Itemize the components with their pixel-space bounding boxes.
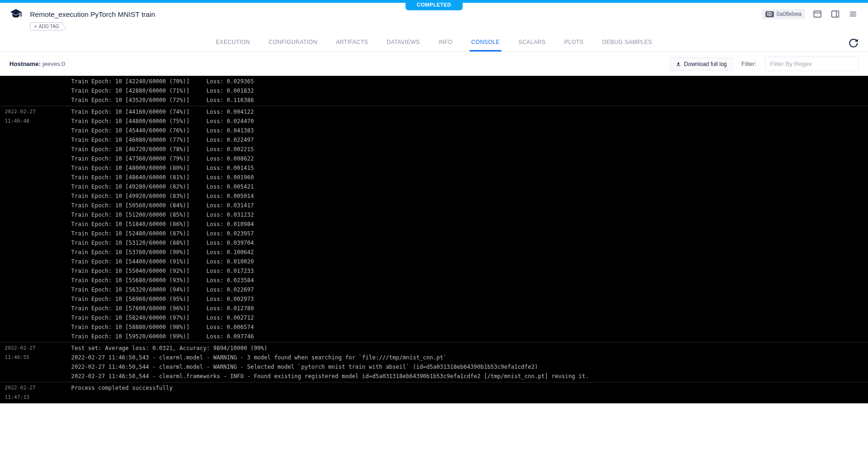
plus-icon: + bbox=[34, 24, 37, 29]
log-lines: Process completed successfully bbox=[63, 382, 868, 403]
tab-plots[interactable]: PLOTS bbox=[562, 34, 585, 51]
log-timestamp: 2022-02-27 11:47:13 bbox=[0, 382, 63, 403]
download-log-button[interactable]: Download full log bbox=[669, 58, 733, 71]
hostname-value: jeeves:0 bbox=[43, 60, 65, 67]
log-block: Train Epoch: 10 [42240/60000 (70%)] Loss… bbox=[0, 76, 868, 106]
log-timestamp: 2022-02-27 11:46:55 bbox=[0, 343, 63, 382]
add-tag-button[interactable]: + ADD TAG bbox=[30, 22, 63, 30]
log-block: 2022-02-27 11:46:48Train Epoch: 10 [4416… bbox=[0, 106, 868, 343]
log-lines: Test set: Average loss: 0.0321, Accuracy… bbox=[63, 343, 868, 382]
console-toolbar: Hostname: jeeves:0 Download full log Fil… bbox=[0, 52, 868, 76]
hostname-label: Hostname: bbox=[9, 60, 41, 67]
download-icon bbox=[676, 61, 681, 67]
tab-execution[interactable]: EXECUTION bbox=[214, 34, 252, 51]
download-label: Download full log bbox=[684, 61, 727, 67]
panel-left-icon[interactable] bbox=[812, 8, 823, 20]
panel-right-icon[interactable] bbox=[830, 8, 841, 20]
tab-console[interactable]: CONSOLE bbox=[470, 34, 502, 51]
tab-debug-samples[interactable]: DEBUG SAMPLES bbox=[600, 34, 654, 51]
log-timestamp bbox=[0, 76, 63, 106]
log-block: 2022-02-27 11:46:55Test set: Average los… bbox=[0, 343, 868, 382]
filter-label: Filter: bbox=[742, 60, 757, 67]
tab-scalars[interactable]: SCALARS bbox=[516, 34, 547, 51]
id-badge-label: ID bbox=[765, 11, 774, 17]
console-output[interactable]: Train Epoch: 10 [42240/60000 (70%)] Loss… bbox=[0, 76, 868, 403]
tag-row: + ADD TAG bbox=[0, 21, 868, 34]
svg-rect-2 bbox=[832, 11, 839, 17]
svg-rect-0 bbox=[814, 11, 821, 17]
log-lines: Train Epoch: 10 [44160/60000 (74%)] Loss… bbox=[63, 106, 868, 342]
add-tag-label: ADD TAG bbox=[39, 24, 59, 29]
tab-artifacts[interactable]: ARTIFACTS bbox=[334, 34, 370, 51]
filter-input[interactable] bbox=[765, 57, 859, 71]
tab-info[interactable]: INFO bbox=[437, 34, 455, 51]
refresh-icon[interactable] bbox=[848, 38, 859, 48]
menu-icon[interactable] bbox=[847, 8, 859, 20]
id-value: 0a08ebea bbox=[777, 11, 802, 17]
log-block: 2022-02-27 11:47:13Process completed suc… bbox=[0, 382, 868, 403]
experiment-id-chip[interactable]: ID 0a08ebea bbox=[762, 9, 805, 19]
page-title: Remote_execution PyTorch MNIST train bbox=[30, 10, 155, 18]
tab-dataviews[interactable]: DATAVIEWS bbox=[385, 34, 422, 51]
tab-configuration[interactable]: CONFIGURATION bbox=[267, 34, 319, 51]
header: Remote_execution PyTorch MNIST train ID … bbox=[0, 3, 868, 21]
tabs-bar: EXECUTIONCONFIGURATIONARTIFACTSDATAVIEWS… bbox=[0, 34, 868, 52]
experiment-icon bbox=[9, 7, 22, 21]
log-timestamp: 2022-02-27 11:46:48 bbox=[0, 106, 63, 342]
log-lines: Train Epoch: 10 [42240/60000 (70%)] Loss… bbox=[63, 76, 868, 106]
